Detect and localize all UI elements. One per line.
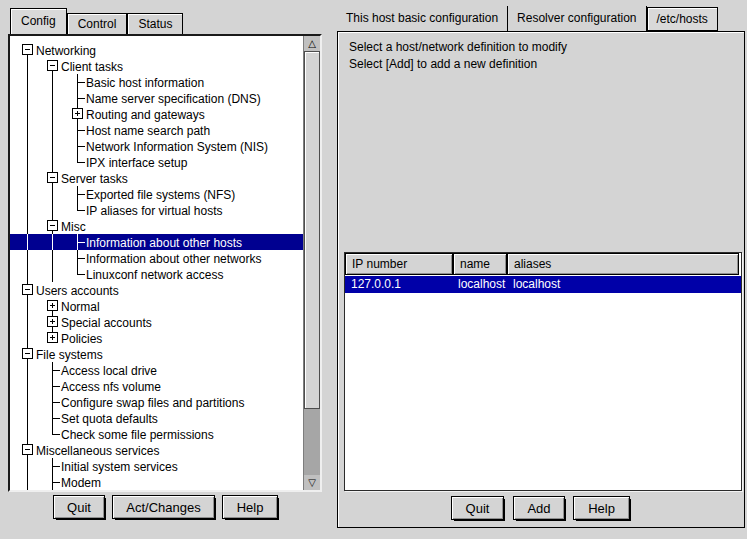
tree-item-check-some-file-permissions[interactable]: Check some file permissions: [10, 426, 304, 442]
tree-item-label: Users accounts: [36, 283, 119, 299]
tree-item-misc[interactable]: Misc: [10, 218, 304, 234]
tab-config[interactable]: Config: [10, 8, 67, 34]
etc-hosts-panel: Select a host/network definition to modi…: [337, 31, 745, 528]
expand-icon[interactable]: [47, 332, 58, 343]
tree-item-networking[interactable]: Networking: [10, 42, 304, 58]
tree-connector: [52, 138, 53, 154]
quit-button-right[interactable]: Quit: [451, 496, 504, 520]
down-triangle-icon: ▽: [308, 477, 316, 488]
tree-connector: [52, 402, 60, 403]
quit-button-left[interactable]: Quit: [53, 495, 105, 519]
tree-item-access-nfs-volume[interactable]: Access nfs volume: [10, 378, 304, 394]
tree-connector: [52, 90, 53, 106]
tree-item-ip-aliases-for-virtual-hosts[interactable]: IP aliases for virtual hosts: [10, 202, 304, 218]
tree-item-network-information-system-nis[interactable]: Network Information System (NIS): [10, 138, 304, 154]
act-changes-button[interactable]: Act/Changes: [112, 495, 215, 519]
tab-etc-hosts[interactable]: /etc/hosts: [647, 7, 718, 31]
tree-connector: [77, 258, 85, 259]
tree-item-ipx-interface-setup[interactable]: IPX interface setup: [10, 154, 304, 170]
tree-item-users-accounts[interactable]: Users accounts: [10, 282, 304, 298]
tree-item-label: Policies: [61, 331, 102, 347]
tree-item-modem[interactable]: Modem: [10, 474, 304, 490]
tree-connector: [77, 194, 85, 195]
tree-connector: [27, 378, 28, 394]
table-row[interactable]: 127.0.0.1localhostlocalhost: [345, 276, 741, 293]
tree-connector: [52, 74, 53, 90]
tree-item-basic-host-information[interactable]: Basic host information: [10, 74, 304, 90]
tree-connector: [27, 90, 28, 106]
tree-item-label: Information about other networks: [86, 251, 261, 267]
collapse-icon[interactable]: [22, 44, 33, 55]
collapse-icon[interactable]: [47, 60, 58, 71]
tree-connector: [27, 250, 28, 266]
tab-control[interactable]: Control: [67, 13, 128, 34]
add-button[interactable]: Add: [513, 496, 565, 520]
tree-item-file-systems[interactable]: File systems: [10, 346, 304, 362]
tree-connector: [52, 370, 60, 371]
tree-item-host-name-search-path[interactable]: Host name search path: [10, 122, 304, 138]
tab-status[interactable]: Status: [127, 13, 183, 34]
tree-connector: [52, 250, 53, 266]
tree-connector: [52, 466, 60, 467]
tree-item-information-about-other-networks[interactable]: Information about other networks: [10, 250, 304, 266]
expand-icon[interactable]: [47, 300, 58, 311]
tree-item-label: Configure swap files and partitions: [61, 395, 244, 411]
tree-connector: [27, 202, 28, 218]
collapse-icon[interactable]: [22, 348, 33, 359]
scrollbar-thumb[interactable]: [304, 51, 320, 409]
tree-connector: [27, 154, 28, 170]
column-header-aliases[interactable]: aliases: [507, 253, 739, 275]
tree-item-special-accounts[interactable]: Special accounts: [10, 314, 304, 330]
tree-item-initial-system-services[interactable]: Initial system services: [10, 458, 304, 474]
tree-item-label: Initial system services: [61, 459, 178, 475]
tree-connector: [52, 386, 60, 387]
tree-item-client-tasks[interactable]: Client tasks: [10, 58, 304, 74]
scrollbar-track[interactable]: [304, 409, 320, 475]
tree-item-information-about-other-hosts[interactable]: Information about other hosts: [10, 234, 304, 250]
collapse-icon[interactable]: [47, 172, 58, 183]
tree-item-label: Networking: [36, 43, 96, 59]
tree-item-policies[interactable]: Policies: [10, 330, 304, 346]
tree-connector: [52, 266, 53, 282]
tree-connector: [27, 426, 28, 442]
tree-item-linuxconf-network-access[interactable]: Linuxconf network access: [10, 266, 304, 282]
tree-connector: [77, 146, 85, 147]
config-tree-panel: NetworkingClient tasksBasic host informa…: [8, 34, 322, 492]
tree-connector: [52, 202, 53, 218]
tree-connector: [27, 266, 28, 282]
tree-connector: [27, 138, 28, 154]
tree-connector: [27, 394, 28, 410]
tree-item-set-quota-defaults[interactable]: Set quota defaults: [10, 410, 304, 426]
collapse-icon[interactable]: [22, 284, 33, 295]
tree-item-server-tasks[interactable]: Server tasks: [10, 170, 304, 186]
tree-item-label: Information about other hosts: [86, 235, 242, 251]
help-button-right[interactable]: Help: [573, 496, 630, 520]
tab-resolver-configuration[interactable]: Resolver configuration: [508, 6, 646, 31]
tab-this-host-basic-configuration[interactable]: This host basic configuration: [337, 6, 508, 31]
tree-item-name-server-specification-dns[interactable]: Name server specification (DNS): [10, 90, 304, 106]
tree-connector: [27, 474, 28, 490]
tree-item-label: Misc: [61, 219, 86, 235]
tree-item-exported-file-systems-nfs[interactable]: Exported file systems (NFS): [10, 186, 304, 202]
tree-connector: [52, 122, 53, 138]
column-header-name[interactable]: name: [453, 253, 507, 275]
collapse-icon[interactable]: [22, 444, 33, 455]
scroll-up-button[interactable]: △: [304, 36, 320, 51]
tree-connector: [52, 154, 53, 170]
scroll-down-button[interactable]: ▽: [304, 475, 320, 490]
expand-icon[interactable]: [47, 316, 58, 327]
tree-item-routing-and-gateways[interactable]: Routing and gateways: [10, 106, 304, 122]
hosts-table-header: IP numbernamealiases: [345, 253, 741, 275]
tree-item-configure-swap-files-and-partitions[interactable]: Configure swap files and partitions: [10, 394, 304, 410]
tree-scrollbar[interactable]: △ ▽: [303, 36, 320, 490]
tree-item-normal[interactable]: Normal: [10, 298, 304, 314]
tree-item-access-local-drive[interactable]: Access local drive: [10, 362, 304, 378]
hosts-tab-bar: This host basic configurationResolver co…: [337, 6, 718, 31]
tree-item-label: Basic host information: [86, 75, 204, 91]
expand-icon[interactable]: [72, 108, 83, 119]
collapse-icon[interactable]: [47, 220, 58, 231]
tree-item-miscellaneous-services[interactable]: Miscellaneous services: [10, 442, 304, 458]
tree-item-label: Special accounts: [61, 315, 152, 331]
help-button-left[interactable]: Help: [222, 495, 278, 519]
column-header-ip-number[interactable]: IP number: [345, 253, 453, 275]
